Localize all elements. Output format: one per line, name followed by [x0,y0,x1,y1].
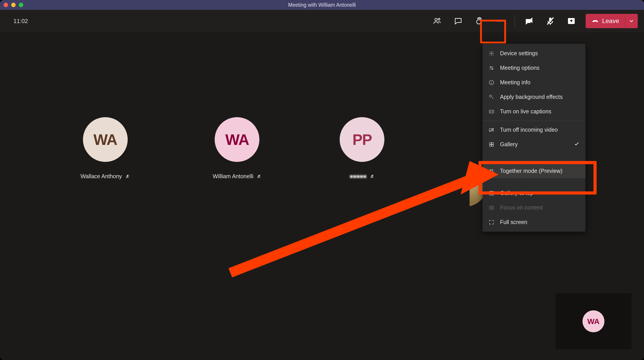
self-video-thumbnail[interactable]: WA [556,293,632,349]
svg-rect-29 [492,142,494,144]
svg-rect-34 [490,191,490,192]
meeting-duration: 11:02 [14,18,28,24]
menu-device-settings[interactable]: Device settings [482,46,586,60]
svg-point-4 [502,20,503,22]
participants-button[interactable] [430,14,444,28]
self-avatar: WA [582,310,604,332]
svg-rect-39 [490,207,492,208]
svg-point-23 [491,81,492,82]
window-close-button[interactable] [4,3,8,7]
more-actions-menu: Device settings Meeting options Meeting … [482,44,586,232]
participant-tile: WA Wallace Anthony [80,117,130,180]
svg-rect-35 [491,191,492,192]
avatar: PP [340,117,384,162]
leave-dropdown-button[interactable] [625,14,638,28]
window-controls [4,3,23,7]
toolbar-divider [514,16,515,26]
leave-button[interactable]: Leave [586,14,625,28]
svg-rect-30 [490,145,491,146]
window-title: Meeting with William Antonelli [0,2,644,8]
menu-meeting-options[interactable]: Meeting options [482,60,586,75]
window-minimize-button[interactable] [11,3,16,7]
muted-icon [370,174,374,179]
chat-button[interactable] [452,14,465,28]
participant-name: William Antonelli [213,173,253,180]
svg-point-0 [435,18,437,21]
cc-icon [488,108,495,115]
menu-background-effects[interactable]: Apply background effects [482,90,586,104]
gallery-top-icon [488,190,495,196]
gear-icon [488,50,495,56]
checkmark-icon [574,141,580,148]
more-actions-button[interactable] [494,14,507,28]
svg-rect-25 [489,110,494,113]
sparkle-icon [488,94,495,100]
muted-icon [125,174,130,179]
meeting-toolbar: 11:02 Leave [0,10,644,32]
info-icon [488,80,495,86]
svg-point-3 [500,20,501,22]
menu-live-captions[interactable]: Turn on live captions [482,104,586,119]
participant-name: ■■■■■ [350,173,367,180]
avatar: WA [215,117,260,162]
svg-rect-37 [490,192,493,195]
hangup-icon [592,17,599,25]
menu-gallery[interactable]: Gallery [482,137,586,152]
video-off-icon [488,127,495,133]
raise-hand-button[interactable] [472,14,486,28]
participant-name-row: William Antonelli [213,173,262,180]
fullscreen-icon [488,219,495,226]
grid-icon [488,141,495,148]
mic-toggle-button[interactable] [544,14,557,28]
svg-rect-36 [492,191,493,192]
svg-rect-26 [489,128,492,131]
macos-titlebar: Meeting with William Antonelli [0,0,644,10]
sliders-icon [488,65,495,71]
svg-point-1 [438,18,440,20]
camera-toggle-button[interactable] [522,14,536,28]
muted-icon [256,174,262,179]
svg-point-32 [490,170,491,170]
together-icon [488,168,495,174]
menu-gallery-at-top[interactable]: Gallery at top [482,186,586,200]
participant-name-row: Wallace Anthony [80,173,130,180]
leave-button-group: Leave [586,14,638,28]
svg-point-2 [497,20,499,22]
menu-focus-on-content: Focus on content [482,200,586,215]
menu-full-screen[interactable]: Full screen [482,215,586,230]
participant-tile: WA William Antonelli [213,117,262,180]
leave-label: Leave [602,18,619,24]
participant-name-row: ■■■■■ [350,173,375,180]
svg-point-16 [491,52,492,54]
focus-icon [488,204,495,211]
menu-turn-off-incoming-video[interactable]: Turn off incoming video [482,122,586,137]
window-fullscreen-button[interactable] [19,3,23,7]
svg-rect-38 [490,206,493,209]
participant-name: Wallace Anthony [80,173,122,180]
svg-point-33 [492,170,493,170]
svg-rect-28 [490,142,491,144]
menu-together-mode[interactable]: Together mode (Preview) [482,164,586,178]
menu-separator [482,120,586,121]
participant-tiles: WA Wallace Anthony WA William Antonelli … [80,117,384,180]
share-screen-button[interactable] [564,14,578,28]
menu-meeting-info[interactable]: Meeting info [482,75,586,90]
chevron-down-icon [628,18,634,24]
meeting-window: Meeting with William Antonelli 11:02 [0,0,644,360]
participant-tile: PP ■■■■■ [340,117,384,180]
svg-rect-31 [492,145,494,146]
svg-point-24 [490,95,492,97]
avatar: WA [83,117,128,162]
